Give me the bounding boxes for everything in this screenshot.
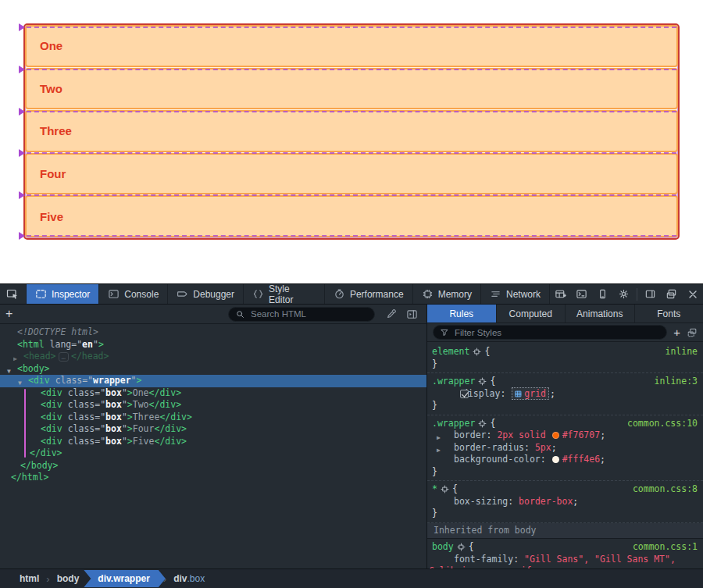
tab-performance[interactable]: Performance [325, 284, 413, 304]
tab-label: Style Editor [269, 283, 316, 305]
css-declaration[interactable]: box-sizing: border-box; [427, 496, 703, 508]
markup-line[interactable]: </div> [0, 447, 426, 460]
search-html-box [228, 307, 375, 322]
tab-memory[interactable]: Memory [413, 284, 481, 304]
rule-selector[interactable]: .wrapper [432, 376, 475, 387]
pick-element-icon[interactable] [0, 284, 27, 304]
selector-highlighter-icon[interactable] [478, 377, 487, 386]
settings-gear-icon[interactable] [613, 284, 634, 304]
semicolon: ; [550, 388, 555, 399]
tab-console[interactable]: Console [99, 284, 168, 304]
filter-styles-input[interactable] [453, 327, 660, 338]
add-rule-button[interactable]: + [673, 326, 680, 338]
sidebar-tab-fonts[interactable]: Fonts [635, 305, 703, 323]
markup-line[interactable]: ▼<body> [0, 363, 426, 376]
rule-selector[interactable]: * [432, 483, 437, 494]
rule-selector[interactable]: body [432, 541, 454, 552]
toggle-pseudo-class-panel-icon[interactable] [687, 327, 698, 338]
close-icon[interactable] [682, 284, 703, 304]
split-console-icon[interactable] [571, 284, 592, 304]
token-txt: Five [133, 436, 155, 447]
markup-line[interactable]: <div class="box">One</div> [0, 387, 426, 400]
css-declaration-wrap[interactable]: Calibri, sans-serif; [427, 565, 703, 568]
css-rule: common.css:8*{box-sizing: border-box;} [427, 481, 703, 523]
open-brace: { [490, 376, 495, 387]
tab-debugger[interactable]: Debugger [168, 284, 244, 304]
token-val: wrapper [93, 375, 130, 386]
css-declaration[interactable]: font-family: "Gill Sans", "Gill Sans MT"… [427, 554, 703, 566]
selector-highlighter-icon[interactable] [441, 485, 449, 494]
close-brace: } [427, 466, 703, 479]
breadcrumb-item-body[interactable]: body [50, 573, 87, 584]
selector-highlighter-icon[interactable] [473, 347, 481, 356]
markup-line[interactable]: </body> [0, 460, 426, 472]
rule-source-link[interactable]: inline [665, 346, 703, 358]
css-declaration[interactable]: background-color: #fff4e6; [427, 454, 703, 466]
add-node-button[interactable]: + [5, 308, 20, 320]
token-tag: > [127, 399, 133, 410]
declaration-checkbox[interactable] [460, 390, 469, 398]
token-q: " [122, 399, 127, 410]
color-swatch[interactable] [552, 456, 559, 463]
rule-source-link[interactable]: common.css:1 [633, 541, 703, 554]
rule-source-link[interactable]: common.css:8 [633, 483, 703, 496]
breadcrumb-item-div-wrapper[interactable]: div.wrapper [84, 570, 165, 587]
css-declaration[interactable]: ▶border-radius: 5px; [427, 442, 703, 454]
selector-highlighter-icon[interactable] [457, 543, 466, 551]
dock-sidebar-icon[interactable] [640, 284, 661, 304]
tab-inspector[interactable]: Inspector [27, 284, 99, 304]
breadcrumb-item-html[interactable]: html [12, 573, 46, 584]
dock-window-icon[interactable] [661, 284, 682, 304]
rule-selector[interactable]: element [432, 346, 469, 357]
sidebar-tab-rules[interactable]: Rules [427, 305, 497, 323]
token-tag: <html [17, 339, 45, 350]
markup-line[interactable]: <div class="box">Four</div> [0, 423, 426, 436]
token-tag: </div> [149, 387, 182, 398]
breadcrumb: html›bodydiv.wrapper›div.box [0, 568, 703, 588]
markup-line[interactable]: <div class="box">Two</div> [0, 399, 426, 412]
sidebar-tab-computed[interactable]: Computed [497, 305, 566, 323]
responsive-design-icon[interactable] [592, 284, 613, 304]
markup-line[interactable]: <div class="box">Three</div> [0, 412, 426, 424]
token-tag: </div> [154, 423, 187, 434]
grid-highlighter-toggle[interactable]: grid [512, 387, 549, 400]
property-name: border-radius [454, 442, 524, 453]
token-tag: <div [41, 423, 62, 434]
css-declaration[interactable]: ▶border: 2px solid #f76707; [427, 429, 703, 442]
tab-network[interactable]: Network [481, 284, 550, 304]
token-q: =" [95, 423, 105, 434]
devtools-toolbar: InspectorConsoleDebuggerStyle EditorPerf… [0, 284, 703, 305]
markup-line[interactable]: <html lang="en"> [0, 339, 426, 351]
sidebar-tab-animations[interactable]: Animations [566, 305, 635, 323]
filter-styles-box [433, 325, 667, 340]
color-swatch[interactable] [552, 432, 559, 439]
tab-style-editor[interactable]: Style Editor [244, 284, 325, 304]
box-three: Three [25, 110, 678, 152]
style-editor-icon [252, 288, 264, 300]
rule-source-link[interactable]: common.css:10 [627, 418, 703, 430]
markup-line[interactable]: ▶<head>…</head> [0, 351, 426, 363]
colon: : [513, 554, 524, 565]
token-tag: <div [41, 436, 62, 447]
property-name: background-color [454, 454, 541, 465]
three-pane-toggle-icon[interactable] [406, 308, 418, 320]
property-name: box-sizing [454, 496, 508, 507]
token-tag: <div [41, 387, 62, 398]
breadcrumb-item-div[interactable]: div.box [166, 573, 212, 584]
eyedropper-icon[interactable] [386, 308, 397, 319]
markup-line[interactable]: ▼<div class="wrapper"> [0, 375, 426, 387]
selector-highlighter-icon[interactable] [478, 419, 487, 428]
rule-source-link[interactable]: inline:3 [655, 376, 703, 388]
rule-selector[interactable]: .wrapper [432, 418, 475, 429]
iframe-picker-icon[interactable] [550, 284, 571, 304]
markup-line[interactable]: </html> [0, 472, 426, 484]
close-brace: } [427, 508, 703, 520]
token-attr: class [62, 387, 95, 398]
token-q: " [122, 387, 127, 398]
sidebar-tabs: RulesComputedAnimationsFonts [427, 305, 703, 323]
markup-line[interactable]: <div class="box">Five</div> [0, 436, 426, 448]
css-declaration[interactable]: display: grid; [427, 388, 703, 401]
search-html-input[interactable] [249, 308, 368, 319]
markup-code: </html> [0, 472, 48, 483]
markup-line[interactable]: <!DOCTYPE html> [0, 326, 426, 339]
